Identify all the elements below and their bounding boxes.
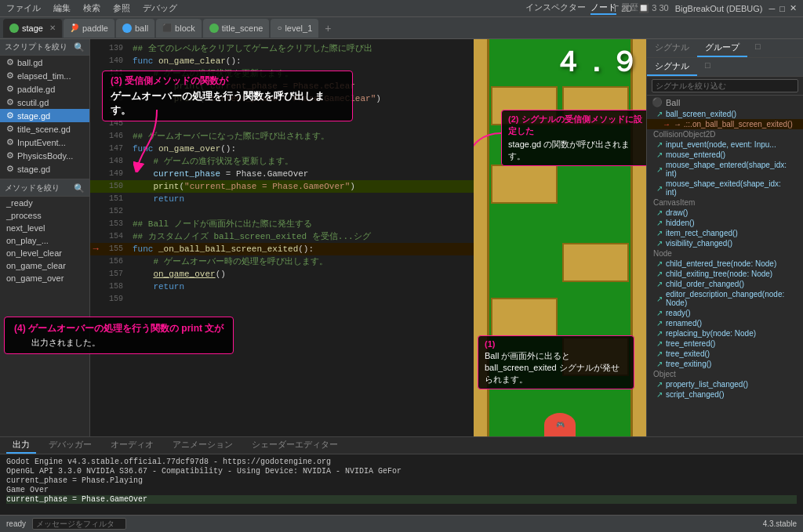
tab-ball[interactable]: ball: [116, 19, 154, 38]
tab-history[interactable]: □: [747, 39, 768, 57]
file-item-physics[interactable]: ⚙ PhysicsBody...: [0, 149, 89, 162]
menu-item-search[interactable]: 検索: [83, 2, 100, 14]
file-icon-scutil: ⚙: [6, 97, 14, 107]
signal-child-exiting[interactable]: ↗ child_exiting_tree(node: Node): [647, 269, 803, 279]
maximize-icon[interactable]: □: [779, 4, 785, 13]
bottom-tab-output[interactable]: 出力: [6, 437, 36, 454]
code-line-142: 142 print("current_phase = Phase.eClear: [90, 80, 474, 92]
inspector-label[interactable]: インスペクター: [525, 2, 586, 15]
tab-stage[interactable]: stage ✕: [3, 19, 62, 38]
block-4: [562, 243, 629, 282]
label-3d[interactable]: 🔲 3 30: [638, 3, 668, 13]
method-item-levelclear[interactable]: on_level_clear: [0, 247, 89, 259]
signal-item-rect-changed[interactable]: ↗ item_rect_changed(): [647, 228, 803, 238]
code-line-157: 157 on_game_over(): [90, 268, 474, 280]
file-item-stage2[interactable]: ⚙ stage.gd: [0, 162, 89, 176]
signal-prop-list[interactable]: ↗ property_list_changed(): [647, 379, 803, 389]
block-5: [491, 298, 558, 337]
subtab-signal[interactable]: シグナル: [647, 58, 697, 76]
signal-name-mse: mouse_shape_entered(shape_idx: int): [666, 161, 794, 178]
hist-label[interactable]: 履歴: [621, 2, 638, 15]
signal-renamed[interactable]: ↗ renamed(): [647, 318, 803, 328]
signal-input-event[interactable]: ↗ input_event(node, event: Inpu...: [647, 139, 803, 150]
node-label[interactable]: ノード: [590, 2, 616, 15]
minimize-icon[interactable]: ─: [769, 4, 776, 13]
wall-right: [630, 39, 646, 436]
method-item-ready[interactable]: _ready: [0, 197, 89, 209]
section-canvas: CanvasItem: [647, 197, 803, 208]
code-editor-panel: 139 ## 全てのレベルをクリアしてゲームをクリアした際に呼び出 140 fu…: [90, 39, 474, 436]
menu-item-file[interactable]: ファイル: [6, 2, 41, 14]
signal-filter-input[interactable]: [652, 79, 798, 92]
sig-arrow-cex: ↗: [656, 270, 663, 278]
file-item-paddle[interactable]: ⚙ paddle.gd: [0, 82, 89, 96]
tab-paddle-icon: 🏓: [70, 24, 79, 32]
tab-block-label: block: [175, 24, 195, 33]
file-icon-paddle: ⚙: [6, 84, 14, 94]
file-item-ball[interactable]: ⚙ ball.gd: [0, 56, 89, 69]
top-menu-bar: ファイル 編集 検索 参照 デバッグ Γ 2D 🔲 3 30 BigBreakO…: [0, 0, 803, 17]
signal-visibility-changed[interactable]: ↗ visibility_changed(): [647, 238, 803, 248]
tab-level1[interactable]: ○ level_1: [271, 19, 318, 38]
output-content: Godot Engine v4.3.stable.official.77dcf9…: [0, 454, 803, 515]
file-item-inputevent[interactable]: ⚙ InputEvent...: [0, 136, 89, 149]
close-icon[interactable]: ✕: [790, 3, 797, 13]
method-item-nextlevel[interactable]: next_level: [0, 222, 89, 234]
method-item-process[interactable]: _process: [0, 209, 89, 222]
signal-hidden[interactable]: ↗ hidden(): [647, 218, 803, 228]
signal-child-order[interactable]: ↗ child_order_changed(): [647, 279, 803, 289]
game-character: 🎮: [544, 413, 576, 436]
signal-ready[interactable]: ↗ ready(): [647, 308, 803, 318]
file-icon-ball: ⚙: [6, 57, 14, 67]
tab-paddle[interactable]: 🏓 paddle: [64, 19, 114, 38]
signal-replacing[interactable]: ↗ replacing_by(node: Node): [647, 328, 803, 338]
code-line-149: 149 current_phase = Phase.GameOver: [90, 168, 474, 180]
signal-draw[interactable]: ↗ draw(): [647, 208, 803, 218]
ready-indicator: ready: [6, 519, 26, 528]
tab-node[interactable]: グループ: [697, 39, 747, 57]
message-filter-input[interactable]: [32, 518, 126, 530]
code-editor[interactable]: 139 ## 全てのレベルをクリアしてゲームをクリアした際に呼び出 140 fu…: [90, 39, 474, 436]
file-item-stage[interactable]: ⚙ stage.gd: [0, 109, 89, 122]
signal-tree-exited[interactable]: ↗ tree_exited(): [647, 349, 803, 359]
signal-ball-screen-exited[interactable]: ↗ ball_screen_exited(): [647, 109, 803, 119]
menu-item-debug[interactable]: デバッグ: [143, 2, 177, 14]
bottom-tab-debugger[interactable]: デバッガー: [42, 437, 98, 454]
subtab-group[interactable]: □: [697, 58, 718, 76]
signal-tree-exiting[interactable]: ↗ tree_exiting(): [647, 359, 803, 369]
tab-stage-close[interactable]: ✕: [49, 24, 56, 32]
file-item-titlescene[interactable]: ⚙ title_scene.gd: [0, 122, 89, 136]
method-item-onplay[interactable]: on_play_...: [0, 234, 89, 247]
method-filter-label: メソッドを絞り: [5, 183, 60, 194]
signal-mouse-shape-entered[interactable]: ↗ mouse_shape_entered(shape_idx: int): [647, 160, 803, 179]
signal-child-entered[interactable]: ↗ child_entered_tree(node: Node): [647, 259, 803, 269]
right-panel: シグナル グループ □ シグナル □ ⚫ Ball ↗ bal: [646, 39, 803, 436]
tab-add-button[interactable]: +: [320, 20, 336, 36]
method-item-gameclear[interactable]: on_game_clear: [0, 259, 89, 272]
tab-title-scene[interactable]: title_scene: [203, 19, 270, 38]
file-name-stage2: stage.gd: [17, 165, 50, 174]
method-item-gameover[interactable]: on_game_over: [0, 272, 89, 284]
tab-signals[interactable]: シグナル: [647, 39, 697, 57]
code-line-153: 153 ## Ball ノードが画面外に出た際に発生する: [90, 218, 474, 230]
script-filter-icon[interactable]: 🔍: [74, 42, 85, 52]
code-line-154: 154 ## カスタムノイズ ball_screen_exited を受信...…: [90, 230, 474, 243]
bottom-tab-animation[interactable]: アニメーション: [166, 437, 239, 454]
menu-item-reference[interactable]: 参照: [113, 2, 130, 14]
method-filter-icon[interactable]: 🔍: [74, 183, 85, 194]
line-num-139: 139: [101, 42, 129, 55]
bottom-tab-audio[interactable]: オーディオ: [104, 437, 160, 454]
signal-connected-handler[interactable]: → → .::.on_ball_ball_screen_exited(): [647, 119, 803, 129]
signal-mouse-shape-exited[interactable]: ↗ mouse_shape_exited(shape_idx: int): [647, 179, 803, 197]
signal-name-texing: tree_exiting(): [666, 360, 711, 368]
signal-editor-desc[interactable]: ↗ editor_description_changed(node: Node): [647, 289, 803, 308]
file-item-scutil[interactable]: ⚙ scutil.gd: [0, 96, 89, 109]
menu-item-edit[interactable]: 編集: [53, 2, 71, 14]
file-item-elapsed[interactable]: ⚙ elapsed_tim...: [0, 69, 89, 82]
signal-tree-entered[interactable]: ↗ tree_entered(): [647, 338, 803, 349]
bottom-tab-shader[interactable]: シェーダーエディター: [245, 437, 344, 454]
signal-mouse-entered[interactable]: ↗ mouse_entered(): [647, 150, 803, 160]
status-left: ready: [6, 518, 126, 530]
tab-block[interactable]: ⬛ block: [156, 19, 202, 38]
signal-script-changed[interactable]: ↗ script_changed(): [647, 389, 803, 400]
